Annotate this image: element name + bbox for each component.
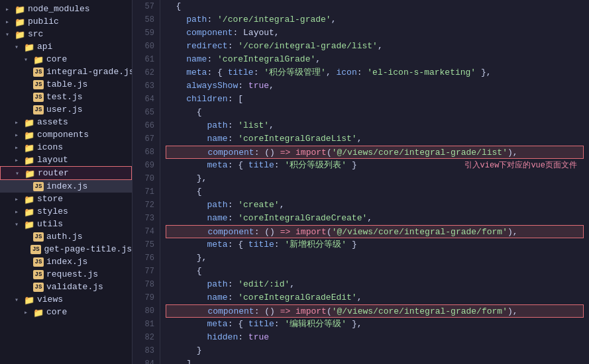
sidebar-item-label: icons	[37, 142, 63, 152]
line-number: 69	[133, 159, 154, 172]
sidebar-item-node_modules[interactable]: 📁node_modules	[0, 3, 132, 15]
token: : ()	[254, 306, 280, 316]
sidebar-item-integral-grade-js[interactable]: JSintegral-grade.js	[0, 66, 132, 78]
token: 'create'	[238, 200, 279, 210]
token: :	[274, 240, 285, 250]
line-number: 67	[133, 132, 154, 146]
code-line: children: [	[166, 93, 584, 106]
sidebar-item-label: core	[46, 54, 67, 64]
sidebar-item-utils-index-js[interactable]: JSindex.js	[0, 255, 132, 268]
sidebar-item-index-js[interactable]: JSindex.js	[0, 180, 132, 193]
line-number: 79	[133, 291, 154, 304]
token: ),	[508, 148, 518, 158]
sidebar-item-validate-js[interactable]: JSvalidate.js	[0, 281, 132, 293]
token: path	[166, 15, 207, 24]
sidebar-item-label: src	[28, 29, 43, 39]
sidebar-item-core[interactable]: 📁core	[0, 53, 132, 66]
token: meta	[166, 319, 228, 329]
token: name	[166, 293, 228, 302]
sidebar-item-label: core	[46, 307, 67, 317]
sidebar-item-src[interactable]: 📁src	[0, 28, 132, 40]
token: meta	[166, 160, 228, 170]
js-icon: JS	[33, 68, 44, 77]
sidebar-item-label: views	[37, 295, 63, 304]
token: :	[228, 213, 239, 223]
sidebar-item-layout[interactable]: 📁layout	[0, 154, 132, 166]
folder-icon: 📁	[25, 169, 35, 178]
token: ,	[331, 15, 337, 24]
js-icon: JS	[33, 257, 44, 267]
sidebar-item-get-page-title-js[interactable]: JSget-page-title.js	[0, 243, 132, 255]
token: :	[228, 293, 239, 302]
token: title	[228, 68, 254, 77]
code-editor: 5758596061626364656667686970717273747576…	[133, 0, 589, 364]
code-line: {	[166, 185, 584, 199]
token: }	[166, 345, 202, 355]
token: ,	[357, 134, 362, 144]
sidebar-item-table-js[interactable]: JStable.js	[0, 78, 132, 91]
token: title	[248, 319, 274, 329]
sidebar-item-label: node_modules	[28, 4, 90, 14]
token: :	[228, 200, 239, 210]
sidebar-item-router[interactable]: 📁router	[0, 166, 132, 180]
folder-icon: 📁	[24, 130, 34, 140]
line-number: 75	[133, 238, 154, 251]
token: component	[166, 227, 254, 237]
token: component	[166, 28, 233, 38]
js-icon: JS	[33, 270, 44, 279]
token: : ()	[254, 148, 280, 158]
token: import	[295, 148, 327, 158]
token: 'coreIntegralGradeList'	[238, 134, 356, 144]
token: name	[166, 213, 228, 223]
token: :	[228, 134, 239, 144]
folder-icon: 📁	[33, 55, 44, 64]
sidebar-item-public[interactable]: 📁public	[0, 15, 132, 28]
token: :	[207, 54, 217, 64]
token: ),	[508, 306, 518, 316]
code-line: alwaysShow: true,	[166, 79, 584, 93]
sidebar-item-views[interactable]: 📁views	[0, 293, 132, 306]
token: meta	[166, 68, 207, 77]
folder-icon: 📁	[24, 156, 34, 165]
sidebar-item-label: store	[37, 194, 63, 204]
folder-icon: 📁	[24, 143, 34, 152]
token: 'edit/:id'	[238, 279, 290, 289]
folder-icon: 📁	[24, 118, 34, 127]
token: alwaysShow	[166, 81, 238, 91]
sidebar-item-utils[interactable]: 📁utils	[0, 218, 132, 230]
code-line: name: 'coreIntegralGradeCreate',	[166, 212, 584, 225]
sidebar-item-user-js[interactable]: JSuser.js	[0, 103, 132, 116]
token: :	[274, 319, 285, 329]
sidebar-item-label: router	[38, 168, 69, 178]
js-icon: JS	[30, 245, 41, 254]
sidebar-item-assets[interactable]: 📁assets	[0, 116, 132, 128]
code-line: redirect: '/core/integral-grade/list',	[166, 40, 584, 53]
line-number: 70	[133, 172, 154, 185]
token: (	[327, 227, 332, 237]
token: },	[166, 173, 207, 183]
token: ,	[315, 54, 321, 64]
sidebar-item-api[interactable]: 📁api	[0, 40, 132, 53]
arrow-icon	[15, 156, 24, 164]
sidebar-item-label: api	[37, 42, 52, 52]
sidebar-item-store[interactable]: 📁store	[0, 193, 132, 205]
sidebar-item-label: styles	[37, 206, 68, 216]
token: name	[166, 134, 228, 144]
sidebar-item-request-js[interactable]: JSrequest.js	[0, 268, 132, 281]
arrow-icon	[5, 30, 15, 38]
token: hidden	[166, 332, 238, 342]
sidebar-item-styles[interactable]: 📁styles	[0, 205, 132, 218]
sidebar-item-auth-js[interactable]: JSauth.js	[0, 230, 132, 243]
code-line: path: 'create',	[166, 199, 584, 212]
arrow-icon	[15, 296, 24, 304]
token: =>	[280, 148, 291, 158]
sidebar-item-test-js[interactable]: JStest.js	[0, 91, 132, 103]
code-line: {	[166, 106, 584, 119]
sidebar-item-label: get-page-title.js	[44, 244, 132, 254]
token: 'el-icon-s-marketing'	[367, 68, 476, 77]
sidebar-item-icons[interactable]: 📁icons	[0, 141, 132, 154]
sidebar-item-components[interactable]: 📁components	[0, 128, 132, 141]
sidebar-item-views-core[interactable]: 📁core	[0, 306, 132, 318]
token: ,	[269, 120, 274, 130]
annotation: 引入view下对应的vue页面文件	[464, 159, 577, 172]
